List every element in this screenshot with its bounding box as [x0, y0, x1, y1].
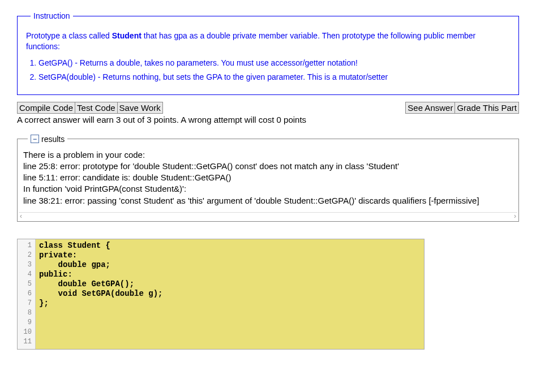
results-panel: − results There is a problem in your cod…	[17, 135, 519, 222]
editor-content[interactable]: class Student { private: double gpa; pub…	[36, 239, 424, 349]
editor-gutter: 1 2 3 4 5 6 7 8 9 10 11	[18, 239, 36, 349]
instruction-list: GetGPA() - Returns a double, takes no pa…	[26, 58, 510, 83]
code-line	[39, 308, 421, 318]
line-number: 5	[18, 279, 32, 289]
code-line: double gpa;	[39, 260, 421, 270]
code-editor[interactable]: 1 2 3 4 5 6 7 8 9 10 11 class Student { …	[17, 239, 424, 350]
line-number: 2	[18, 251, 32, 260]
code-line: public:	[39, 270, 421, 279]
instruction-legend: Instruction	[31, 11, 73, 20]
line-number: 7	[18, 299, 32, 308]
compile-button[interactable]: Compile Code	[17, 102, 75, 114]
scroll-left-icon[interactable]: ‹	[20, 212, 22, 220]
instruction-intro-before: Prototype a class called	[26, 31, 112, 40]
code-line	[39, 337, 421, 347]
line-number: 6	[18, 289, 32, 299]
code-line: double GetGPA();	[39, 279, 421, 289]
line-number: 11	[18, 337, 32, 347]
test-button[interactable]: Test Code	[75, 102, 118, 114]
results-legend-label: results	[41, 135, 65, 144]
results-body: There is a problem in your code: line 25…	[23, 149, 513, 209]
instruction-intro-bold: Student	[112, 31, 141, 40]
code-line: private:	[39, 251, 421, 260]
instruction-panel: Instruction Prototype a class called Stu…	[17, 11, 519, 95]
instruction-list-item: GetGPA() - Returns a double, takes no pa…	[38, 58, 510, 68]
line-number: 4	[18, 270, 32, 279]
grade-button[interactable]: Grade This Part	[455, 102, 519, 114]
line-number: 10	[18, 328, 32, 337]
toolbar-right: See Answer Grade This Part	[405, 102, 519, 114]
save-button[interactable]: Save Work	[118, 102, 163, 114]
results-scrollbar[interactable]: ‹ ›	[19, 212, 517, 220]
code-line: };	[39, 299, 421, 308]
instruction-intro: Prototype a class called Student that ha…	[26, 31, 510, 52]
code-line: void SetGPA(double g);	[39, 289, 421, 299]
see-answer-button[interactable]: See Answer	[405, 102, 455, 114]
toolbar: Compile Code Test Code Save Work See Ans…	[17, 102, 519, 114]
scroll-right-icon[interactable]: ›	[514, 212, 516, 220]
line-number: 1	[18, 241, 32, 251]
points-hint: A correct answer will earn 3 out of 3 po…	[17, 115, 519, 124]
line-number: 8	[18, 308, 32, 318]
code-line	[39, 328, 421, 337]
instruction-body: Prototype a class called Student that ha…	[26, 31, 510, 83]
instruction-list-item: SetGPA(double) - Returns nothing, but se…	[38, 72, 510, 83]
code-line: class Student {	[39, 241, 421, 251]
code-line	[39, 318, 421, 328]
toolbar-left: Compile Code Test Code Save Work	[17, 102, 163, 114]
line-number: 3	[18, 260, 32, 270]
line-number: 9	[18, 318, 32, 328]
collapse-icon[interactable]: −	[31, 135, 39, 143]
results-legend: − results	[28, 135, 67, 144]
